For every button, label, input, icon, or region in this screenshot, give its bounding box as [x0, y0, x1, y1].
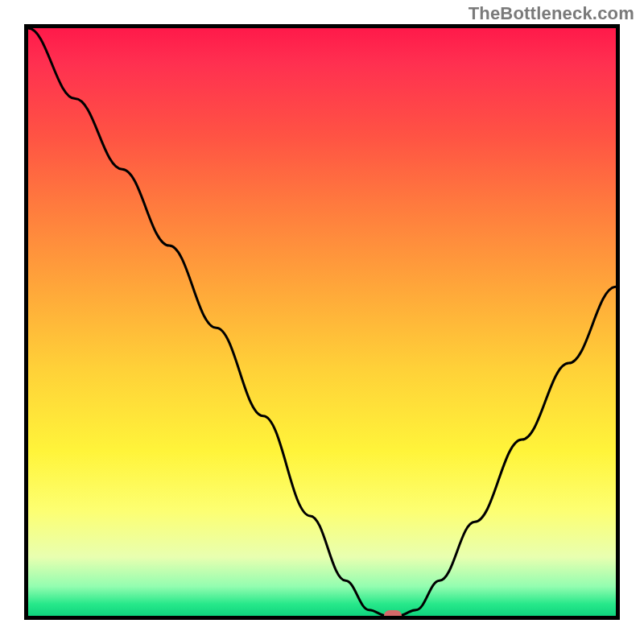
plot-area: [24, 24, 620, 620]
bottleneck-curve: [28, 28, 616, 616]
chart-container: TheBottleneck.com: [0, 0, 644, 644]
optimum-marker: [384, 610, 402, 620]
watermark-text: TheBottleneck.com: [469, 3, 634, 24]
